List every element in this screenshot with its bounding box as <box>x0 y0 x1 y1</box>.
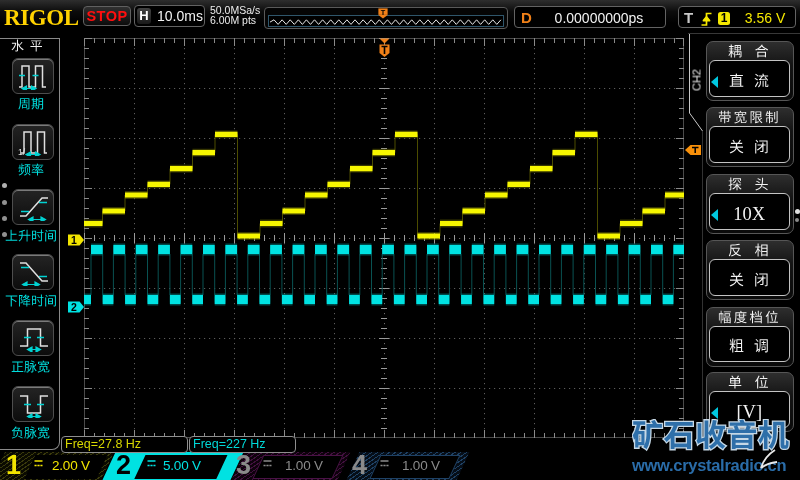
svg-text:2: 2 <box>71 301 77 313</box>
svg-text:1: 1 <box>71 234 77 246</box>
svg-text:T: T <box>381 8 386 17</box>
svg-text:1/: 1/ <box>18 147 26 156</box>
